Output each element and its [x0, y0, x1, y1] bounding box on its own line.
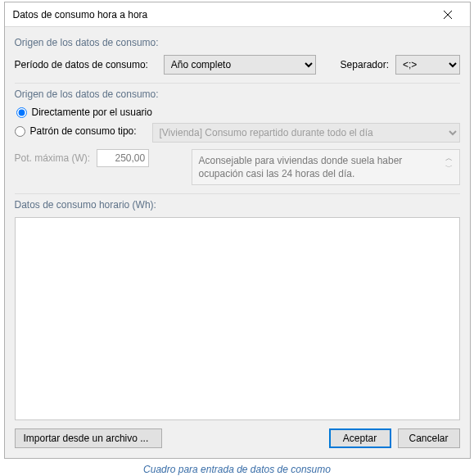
- group-hourly: Datos de consumo horario (Wh):: [15, 199, 460, 420]
- desc-scroll: ︿ ﹀: [445, 155, 453, 171]
- description-text: Aconsejable para viviendas donde suela h…: [199, 155, 439, 180]
- separator-select[interactable]: <;>: [395, 55, 460, 75]
- pot-label: Pot. máxima (W):: [15, 152, 91, 164]
- radio-pattern-label: Patrón de consumo tipo:: [30, 125, 137, 137]
- caption: Cuadro para entrada de datos de consumo: [0, 464, 474, 475]
- radio-user[interactable]: [16, 107, 27, 118]
- dialog-title: Datos de consumo hora a hora: [13, 9, 148, 20]
- close-button[interactable]: [432, 7, 463, 23]
- group-origin-2: Origen de los datos de consumo: Directam…: [15, 88, 460, 194]
- radio-pattern[interactable]: [15, 126, 25, 137]
- radio-user-label: Directamente por el usuario: [32, 107, 152, 118]
- dialog: Datos de consumo hora a hora Origen de l…: [4, 2, 471, 459]
- footer: Importar desde un archivo ... Aceptar Ca…: [15, 428, 460, 448]
- hourly-textarea[interactable]: [15, 217, 460, 420]
- radio-user-row[interactable]: Directamente por el usuario: [16, 107, 460, 118]
- period-label: Período de datos de consumo:: [15, 59, 157, 70]
- group-origin-1: Origen de los datos de consumo: Período …: [15, 37, 460, 84]
- period-select[interactable]: Año completo: [164, 55, 316, 75]
- separator-label: Separador:: [341, 59, 389, 70]
- desc-row: Pot. máxima (W): Aconsejable para vivien…: [15, 149, 460, 185]
- pot-input: [97, 149, 149, 167]
- chevron-down-icon[interactable]: ﹀: [445, 164, 453, 171]
- dialog-body: Origen de los datos de consumo: Período …: [5, 27, 470, 458]
- row-period: Período de datos de consumo: Año complet…: [15, 55, 460, 75]
- pattern-select: [Vivienda] Consumo repartido durante tod…: [152, 123, 460, 143]
- pattern-row: Patrón de consumo tipo: [Vivienda] Consu…: [15, 123, 460, 143]
- group-origin-1-heading: Origen de los datos de consumo:: [15, 37, 460, 48]
- chevron-up-icon[interactable]: ︿: [445, 155, 453, 162]
- radio-pattern-row[interactable]: Patrón de consumo tipo:: [15, 125, 146, 137]
- group-origin-2-heading: Origen de los datos de consumo:: [15, 88, 460, 100]
- titlebar: Datos de consumo hora a hora: [5, 2, 470, 27]
- group-hourly-heading: Datos de consumo horario (Wh):: [15, 199, 460, 211]
- accept-button[interactable]: Aceptar: [329, 428, 391, 448]
- cancel-button[interactable]: Cancelar: [398, 428, 460, 448]
- close-icon: [444, 11, 452, 19]
- description-box: Aconsejable para viviendas donde suela h…: [192, 149, 460, 185]
- import-button[interactable]: Importar desde un archivo ...: [15, 428, 162, 448]
